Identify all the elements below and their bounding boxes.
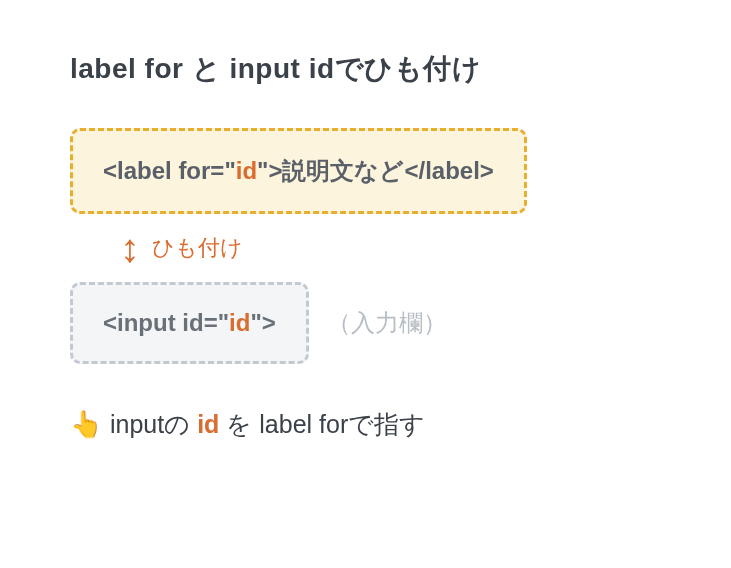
input-placeholder-note: （入力欄） xyxy=(327,307,447,339)
label-code-prefix: <label for=" xyxy=(103,157,236,184)
double-arrow-icon: ↕ xyxy=(120,228,140,268)
input-code-box: <input id="id"> xyxy=(70,282,309,364)
pointing-up-icon: 👆 xyxy=(70,409,102,440)
input-id-highlight: id xyxy=(229,309,250,336)
input-code-prefix: <input id=" xyxy=(103,309,229,336)
footer-text-after: を label forで指す xyxy=(219,410,425,438)
connector-label: ひも付け xyxy=(152,233,243,263)
label-id-highlight: id xyxy=(236,157,257,184)
footer-text: inputの id を label forで指す xyxy=(110,408,425,441)
label-code-suffix: ">説明文など</label> xyxy=(257,157,494,184)
label-code-box: <label for="id">説明文など</label> xyxy=(70,128,527,214)
diagram-title: label for と input idでひも付け xyxy=(70,50,661,88)
connector: ↕ ひも付け xyxy=(120,228,661,268)
input-code-suffix: "> xyxy=(250,309,275,336)
footer-note: 👆 inputの id を label forで指す xyxy=(70,408,661,441)
footer-text-before: inputの xyxy=(110,410,197,438)
footer-id-highlight: id xyxy=(197,410,219,438)
input-row: <input id="id"> （入力欄） xyxy=(70,282,661,364)
